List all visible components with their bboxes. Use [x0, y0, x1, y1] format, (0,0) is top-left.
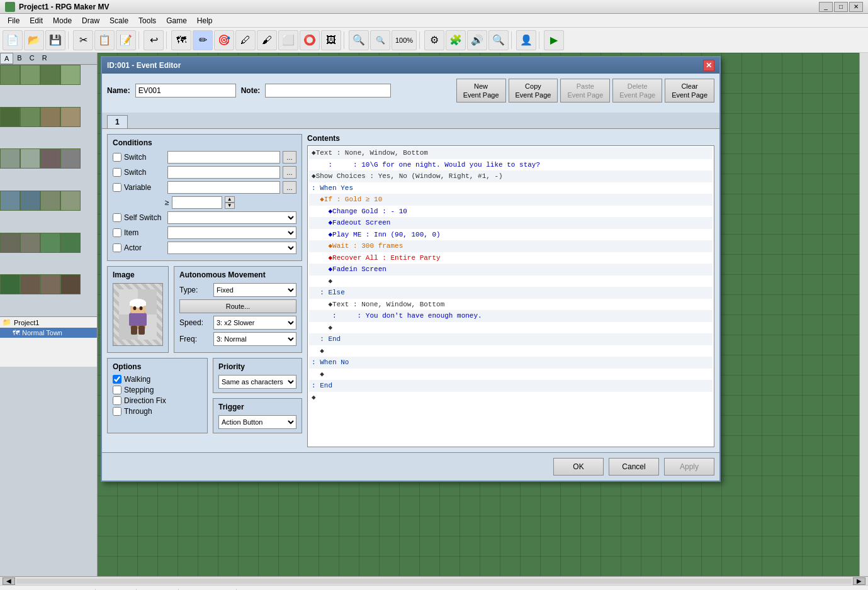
menu-file[interactable]: File	[3, 15, 25, 26]
tool-undo[interactable]: ↩	[144, 30, 164, 50]
actor-select[interactable]	[167, 242, 296, 254]
priority-select[interactable]: Below characters Same as characters Abov…	[218, 375, 296, 389]
self-switch-checkbox[interactable]	[113, 213, 121, 222]
scrollbar-horizontal[interactable]: ◀ ▶	[0, 576, 868, 585]
content-line[interactable]: ◆	[309, 276, 713, 287]
switch2-input[interactable]	[167, 166, 280, 179]
maximize-btn[interactable]: □	[834, 2, 848, 12]
content-line[interactable]: : End	[309, 333, 713, 345]
switch1-input[interactable]	[167, 151, 280, 164]
variable-input[interactable]	[167, 181, 280, 194]
tool-pencil[interactable]: ✏	[193, 30, 213, 50]
switch1-checkbox[interactable]	[113, 153, 121, 162]
ge-spin-down[interactable]: ▼	[225, 203, 235, 209]
content-line[interactable]: : : You don't have enough money.	[309, 310, 713, 322]
tool-play[interactable]: ▶	[544, 30, 564, 50]
ge-spin-up[interactable]: ▲	[225, 196, 235, 203]
stepping-checkbox[interactable]	[113, 386, 121, 394]
tool-zoom-reset[interactable]: 100%	[392, 30, 417, 50]
self-switch-select[interactable]: ABCD	[167, 211, 296, 224]
menu-game[interactable]: Game	[161, 15, 192, 26]
new-event-page-btn[interactable]: NewEvent Page	[456, 79, 506, 103]
content-line[interactable]: ◆	[309, 345, 713, 357]
tool-zoom-in[interactable]: 🔍	[349, 30, 369, 50]
scroll-track[interactable]	[16, 579, 852, 584]
tool-character[interactable]: 👤	[516, 30, 536, 50]
tool-new[interactable]: 📄	[3, 30, 23, 50]
close-btn[interactable]: ✕	[849, 2, 863, 12]
actor-checkbox[interactable]	[113, 243, 121, 252]
tool-fill[interactable]: 🖌	[257, 30, 277, 50]
trigger-select[interactable]: Action Button Player Touch Event Touch A…	[218, 415, 296, 429]
window-controls[interactable]: _ □ ✕	[819, 2, 863, 12]
content-line[interactable]: ◆Wait : 300 frames	[309, 240, 713, 252]
ge-input[interactable]	[172, 196, 222, 209]
switch1-btn[interactable]: …	[283, 151, 296, 164]
walking-checkbox[interactable]	[113, 375, 121, 384]
switch2-btn[interactable]: …	[283, 166, 296, 179]
content-line[interactable]: ◆Fadein Screen	[309, 264, 713, 276]
contents-list[interactable]: ◆Text : None, Window, Bottom : : 10\G fo…	[307, 145, 714, 447]
item-checkbox[interactable]	[113, 228, 121, 237]
scroll-right-btn[interactable]: ▶	[853, 577, 865, 585]
content-line[interactable]: : Else	[309, 287, 713, 299]
tool-save[interactable]: 💾	[45, 30, 65, 50]
variable-checkbox[interactable]	[113, 183, 121, 192]
variable-btn[interactable]: …	[283, 181, 296, 194]
menu-help[interactable]: Help	[192, 15, 218, 26]
content-line[interactable]: ◆Show Choices : Yes, No (Window, Right, …	[309, 170, 713, 182]
content-line[interactable]: ◆If : Gold ≥ 10	[309, 194, 713, 206]
content-line[interactable]: : When Yes	[309, 182, 713, 194]
content-line[interactable]: ◆	[309, 322, 713, 334]
freq-select[interactable]: 1: Lowest 2: Lower 3: Normal 4: Higher 5…	[213, 332, 296, 346]
menu-edit[interactable]: Edit	[25, 15, 48, 26]
content-line[interactable]: ◆Play ME : Inn (90, 100, 0)	[309, 229, 713, 241]
tool-audio[interactable]: 🔊	[467, 30, 487, 50]
copy-event-page-btn[interactable]: CopyEvent Page	[509, 79, 558, 103]
tool-settings[interactable]: ⚙	[424, 30, 444, 50]
tool-ellipse[interactable]: ⭕	[300, 30, 320, 50]
content-line[interactable]: ◆Text : None, Window, Bottom	[309, 299, 713, 311]
content-line[interactable]: : : 10\G for one night. Would you like t…	[309, 159, 713, 171]
page-tab-1[interactable]: 1	[107, 115, 128, 128]
ok-btn[interactable]: OK	[553, 458, 604, 476]
name-input[interactable]	[135, 84, 236, 97]
content-line[interactable]: ◆Recover All : Entire Party	[309, 252, 713, 264]
menu-tools[interactable]: Tools	[133, 15, 161, 26]
ge-spinner[interactable]: ▲ ▼	[225, 196, 235, 209]
content-line[interactable]: ◆Fadeout Screen	[309, 217, 713, 229]
content-line[interactable]: : End	[309, 380, 713, 392]
scroll-left-btn[interactable]: ◀	[3, 577, 15, 585]
tool-stamp[interactable]: 🎯	[214, 30, 234, 50]
menu-draw[interactable]: Draw	[77, 15, 104, 26]
route-btn[interactable]: Route...	[179, 299, 296, 313]
through-checkbox[interactable]	[113, 407, 121, 416]
item-select[interactable]	[167, 226, 296, 239]
tool-open[interactable]: 📂	[24, 30, 44, 50]
tool-search[interactable]: 🔍	[488, 30, 509, 50]
content-line[interactable]: ◆Text : None, Window, Bottom	[309, 147, 713, 159]
tool-plugin[interactable]: 🧩	[446, 30, 466, 50]
tool-map[interactable]: 🗺	[171, 30, 191, 50]
note-input[interactable]	[265, 84, 391, 97]
content-line[interactable]: : When No	[309, 357, 713, 369]
delete-event-page-btn[interactable]: DeleteEvent Page	[612, 79, 662, 103]
tool-zoom-out[interactable]: 🔍	[370, 30, 390, 50]
image-box[interactable]	[113, 283, 163, 346]
apply-btn[interactable]: Apply	[664, 458, 714, 476]
tool-select[interactable]: 🖼	[321, 30, 341, 50]
tool-cut[interactable]: ✂	[73, 30, 93, 50]
direction-fix-checkbox[interactable]	[113, 396, 121, 405]
minimize-btn[interactable]: _	[819, 2, 833, 12]
tool-paint[interactable]: 🖊	[235, 30, 256, 50]
tool-copy[interactable]: 📋	[94, 30, 115, 50]
paste-event-page-btn[interactable]: PasteEvent Page	[560, 79, 610, 103]
clear-event-page-btn[interactable]: ClearEvent Page	[665, 79, 714, 103]
cancel-btn[interactable]: Cancel	[609, 458, 659, 476]
content-line[interactable]: ◆Change Gold : - 10	[309, 206, 713, 218]
tool-rect[interactable]: ⬜	[278, 30, 298, 50]
dialog-close-btn[interactable]: ✕	[703, 60, 714, 71]
switch2-checkbox[interactable]	[113, 168, 121, 177]
content-line[interactable]: ◆	[309, 369, 713, 381]
menu-mode[interactable]: Mode	[48, 15, 77, 26]
